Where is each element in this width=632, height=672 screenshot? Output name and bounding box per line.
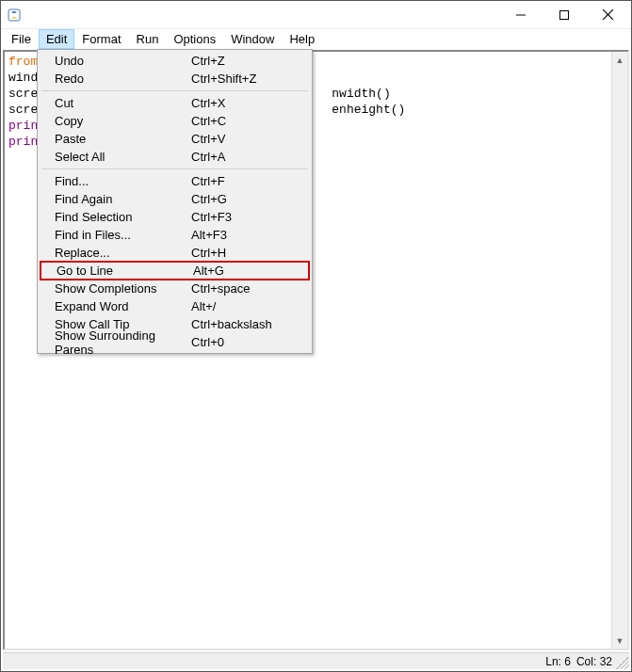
menu-item-find-in-files[interactable]: Find in Files...Alt+F3 <box>40 226 310 244</box>
menu-item-label: Find Again <box>55 192 191 206</box>
menu-format[interactable]: Format <box>74 29 128 49</box>
statusbar: Ln: 6 Col: 32 <box>3 652 629 669</box>
menu-file[interactable]: File <box>4 29 39 49</box>
status-line: Ln: 6 <box>545 655 571 668</box>
menu-item-shortcut: Ctrl+backslash <box>191 317 302 331</box>
menu-item-label: Paste <box>55 132 191 146</box>
titlebar <box>1 1 631 29</box>
scroll-down-button[interactable]: ▼ <box>612 632 627 648</box>
menu-item-label: Undo <box>55 54 191 68</box>
svg-rect-0 <box>8 9 20 21</box>
menu-item-expand-word[interactable]: Expand WordAlt+/ <box>40 297 310 315</box>
menu-item-paste[interactable]: PasteCtrl+V <box>40 130 310 148</box>
menu-item-go-to-line[interactable]: Go to LineAlt+G <box>40 261 310 280</box>
menu-item-show-completions[interactable]: Show CompletionsCtrl+space <box>40 280 310 297</box>
menu-item-label: Go to Line <box>57 264 193 278</box>
menu-item-shortcut: Ctrl+G <box>191 192 302 206</box>
edit-menu-dropdown: UndoCtrl+ZRedoCtrl+Shift+ZCutCtrl+XCopyC… <box>37 49 313 354</box>
menu-item-show-surrounding-parens[interactable]: Show Surrounding ParensCtrl+0 <box>40 333 310 351</box>
menu-item-label: Show Surrounding Parens <box>55 328 191 357</box>
menu-run[interactable]: Run <box>129 29 167 49</box>
menu-item-shortcut: Alt+G <box>193 264 300 278</box>
menu-item-shortcut: Ctrl+H <box>191 246 302 260</box>
menu-window[interactable]: Window <box>223 29 282 49</box>
menu-item-shortcut: Alt+/ <box>191 299 302 313</box>
col-label: Col: <box>576 655 596 668</box>
menu-item-select-all[interactable]: Select AllCtrl+A <box>40 148 310 166</box>
menu-item-find-selection[interactable]: Find SelectionCtrl+F3 <box>40 208 310 226</box>
col-value: 32 <box>600 655 612 668</box>
menu-item-find[interactable]: Find...Ctrl+F <box>40 172 310 190</box>
svg-rect-2 <box>560 10 569 19</box>
menu-item-shortcut: Ctrl+A <box>191 150 302 164</box>
menu-item-label: Expand Word <box>55 299 191 313</box>
menu-item-label: Find in Files... <box>55 228 191 242</box>
resize-grip[interactable] <box>616 656 629 669</box>
menu-item-shortcut: Alt+F3 <box>191 228 302 242</box>
menubar: FileEditFormatRunOptionsWindowHelp <box>1 29 631 49</box>
menu-item-shortcut: Ctrl+C <box>191 114 302 128</box>
menu-item-label: Find... <box>55 174 191 188</box>
minimize-button[interactable] <box>499 1 543 29</box>
menu-item-label: Copy <box>55 114 191 128</box>
menu-item-copy[interactable]: CopyCtrl+C <box>40 112 310 130</box>
menu-separator <box>41 168 308 169</box>
menu-item-cut[interactable]: CutCtrl+X <box>40 94 310 112</box>
scroll-up-button[interactable]: ▲ <box>612 52 627 68</box>
menu-item-label: Find Selection <box>55 210 191 224</box>
menu-item-shortcut: Ctrl+V <box>191 132 302 146</box>
menu-item-label: Replace... <box>55 246 191 260</box>
maximize-button[interactable] <box>543 1 586 29</box>
menu-item-label: Cut <box>55 96 191 110</box>
menu-item-shortcut: Ctrl+F3 <box>191 210 302 224</box>
menu-item-shortcut: Ctrl+F <box>191 174 302 188</box>
menu-item-shortcut: Ctrl+X <box>191 96 302 110</box>
menu-item-shortcut: Ctrl+0 <box>191 335 302 349</box>
ln-label: Ln: <box>545 655 561 668</box>
menu-item-label: Show Completions <box>55 281 191 296</box>
close-button[interactable] <box>586 1 629 29</box>
menu-item-find-again[interactable]: Find AgainCtrl+G <box>40 190 310 208</box>
menu-item-shortcut: Ctrl+Z <box>191 54 302 68</box>
vertical-scrollbar[interactable]: ▲ ▼ <box>611 52 627 648</box>
menu-item-shortcut: Ctrl+space <box>191 281 302 296</box>
menu-item-redo[interactable]: RedoCtrl+Shift+Z <box>40 70 310 88</box>
menu-item-label: Redo <box>55 72 191 86</box>
menu-separator <box>41 90 308 91</box>
app-icon <box>7 8 22 23</box>
menu-edit[interactable]: Edit <box>39 29 74 49</box>
menu-item-undo[interactable]: UndoCtrl+Z <box>40 52 310 70</box>
menu-item-label: Select All <box>55 150 191 164</box>
scroll-track[interactable] <box>612 68 627 632</box>
ln-value: 6 <box>564 655 571 668</box>
menu-options[interactable]: Options <box>166 29 223 49</box>
menu-item-replace[interactable]: Replace...Ctrl+H <box>40 244 310 262</box>
status-col: Col: 32 <box>576 655 612 668</box>
menu-item-shortcut: Ctrl+Shift+Z <box>191 72 302 86</box>
menu-help[interactable]: Help <box>282 29 322 49</box>
